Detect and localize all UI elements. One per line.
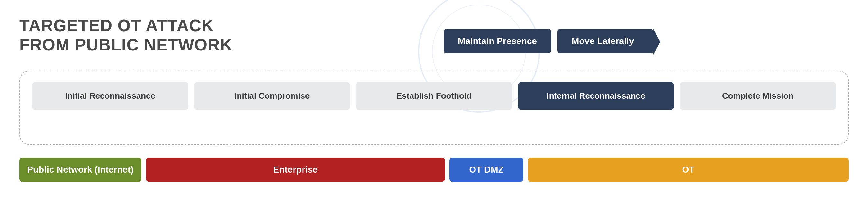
stage-complete-mission: Complete Mission	[680, 82, 836, 110]
move-laterally-badge: Move Laterally	[557, 29, 654, 53]
stage-initial-compromise: Initial Compromise	[194, 82, 350, 110]
stage-establish-foothold: Establish Foothold	[356, 82, 512, 110]
network-ot-dmz: OT DMZ	[450, 157, 523, 182]
stages-row: Initial Reconnaissance Initial Compromis…	[32, 82, 836, 110]
title-line1: TARGETED OT ATTACK	[19, 16, 232, 35]
network-enterprise: Enterprise	[146, 157, 445, 182]
network-row: Public Network (Internet) Enterprise OT …	[19, 157, 849, 182]
main-container: TARGETED OT ATTACK FROM PUBLIC NETWORK M…	[0, 0, 868, 217]
title-line2: FROM PUBLIC NETWORK	[19, 35, 232, 55]
network-public: Public Network (Internet)	[19, 157, 142, 182]
top-badges-row: Maintain Presence Move Laterally	[444, 29, 653, 53]
maintain-presence-badge: Maintain Presence	[444, 29, 551, 53]
page-title: TARGETED OT ATTACK FROM PUBLIC NETWORK	[19, 16, 232, 55]
stage-initial-recon: Initial Reconnaissance	[32, 82, 188, 110]
stage-internal-recon: Internal Reconnaissance	[518, 82, 674, 110]
network-ot: OT	[528, 157, 849, 182]
